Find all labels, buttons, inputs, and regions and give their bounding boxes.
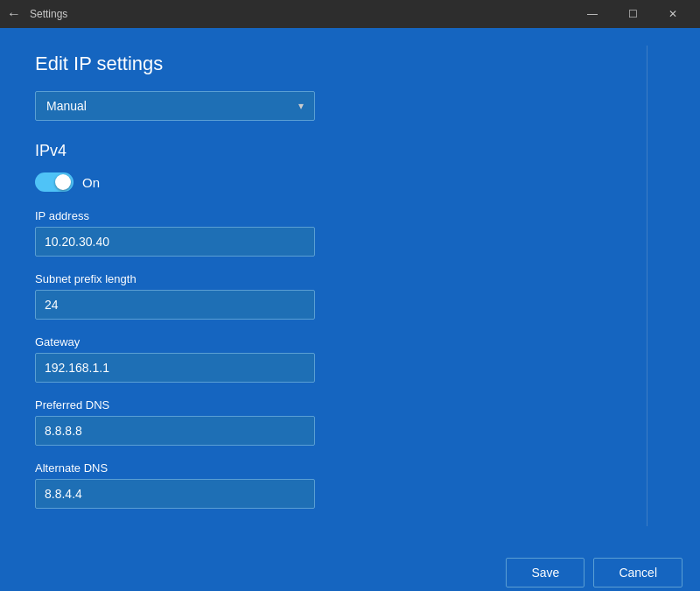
back-button[interactable]: ← [7,6,21,22]
page-title: Edit IP settings [35,53,665,75]
dropdown-selected-value: Manual [46,99,87,113]
cancel-button[interactable]: Cancel [593,558,682,587]
field-group-subnet: Subnet prefix length [35,272,665,320]
close-button[interactable]: ✕ [653,0,693,28]
content-area: Edit IP settings Manual ▾ IPv4 On IP add… [0,28,700,549]
field-group-gateway: Gateway [35,335,665,383]
title-bar: ← Settings — ☐ ✕ [0,0,700,28]
ipv4-toggle-row: On [35,172,665,192]
toggle-thumb [55,174,71,190]
save-button[interactable]: Save [506,558,584,587]
field-label-ip-address: IP address [35,209,665,222]
ipv4-section: IPv4 On IP addressSubnet prefix lengthGa… [35,142,665,509]
field-label-alternate-dns: Alternate DNS [35,461,665,475]
ip-mode-dropdown-wrapper: Manual ▾ [35,91,665,121]
ip-mode-dropdown[interactable]: Manual ▾ [35,91,315,121]
toggle-label: On [82,175,100,190]
title-bar-title: Settings [30,8,572,20]
field-group-ip-address: IP address [35,209,665,257]
minimize-button[interactable]: — [572,0,612,28]
field-label-preferred-dns: Preferred DNS [35,398,665,412]
window-controls: — ☐ ✕ [572,0,693,28]
field-group-alternate-dns: Alternate DNS [35,461,665,509]
field-input-preferred-dns[interactable] [35,416,315,446]
ipv4-section-label: IPv4 [35,142,665,160]
field-input-subnet[interactable] [35,290,315,320]
ipv4-toggle[interactable] [35,172,74,192]
field-label-gateway: Gateway [35,335,665,348]
field-group-preferred-dns: Preferred DNS [35,398,665,446]
dropdown-chevron-icon: ▾ [298,100,304,112]
main-window: Edit IP settings Manual ▾ IPv4 On IP add… [0,28,700,591]
footer-bar: Save Cancel [0,549,700,591]
maximize-button[interactable]: ☐ [612,0,653,28]
field-label-subnet: Subnet prefix length [35,272,665,285]
field-input-gateway[interactable] [35,353,315,383]
field-input-alternate-dns[interactable] [35,479,315,509]
fields-container: IP addressSubnet prefix lengthGatewayPre… [35,209,665,509]
field-input-ip-address[interactable] [35,227,315,257]
